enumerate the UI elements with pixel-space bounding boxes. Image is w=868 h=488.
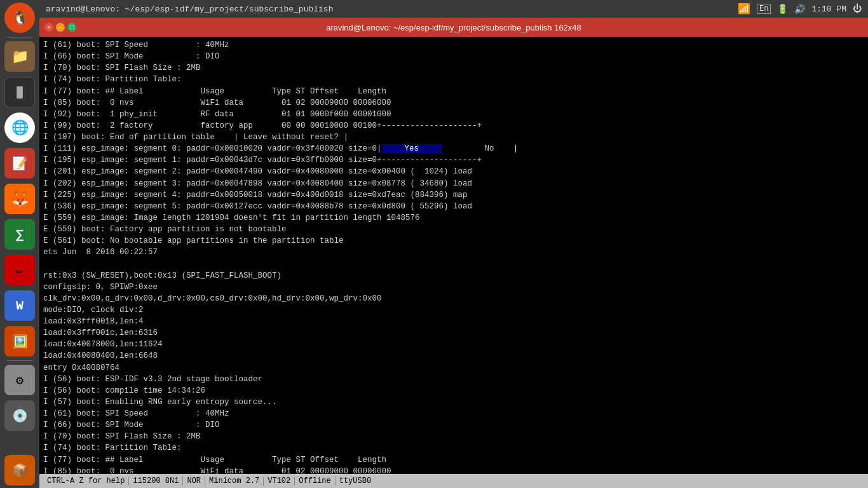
writer-icon[interactable]: W [4,290,35,321]
terminal-title: aravind@Lenovo: ~/esp/esp-idf/my_project… [326,23,581,32]
files-icon[interactable]: 📁 [4,41,35,72]
app2-icon[interactable]: 📦 [4,455,35,485]
terminal-output: I (61) boot: SPI Speed : 40MHz I (66) bo… [39,37,868,474]
close-button[interactable]: ✕ [44,23,53,32]
ubuntu-icon[interactable]: 🐧 [4,3,35,33]
battery-icon: 🔋 [777,4,788,15]
terminal-icon[interactable]: ▐▌ [4,77,35,107]
status-help: CTRL-A Z for help [43,477,129,485]
main-area: aravind@Lenovo: ~/esp/esp-idf/my_project… [39,0,868,488]
topbar: aravind@Lenovo: ~/esp/esp-idf/my_project… [39,0,868,18]
maximize-button[interactable]: □ [67,23,76,32]
status-baud: 115200 8N1 [129,477,183,485]
status-offline: Offline [295,477,335,485]
impress-icon[interactable]: 🖼️ [4,326,35,356]
clock: 1:10 PM [811,4,846,14]
titlebar-controls: ✕ – □ [44,23,76,32]
topbar-title: aravind@Lenovo: ~/esp/esp-idf/my_project… [46,4,333,14]
settings-icon[interactable]: ⚙️ [4,365,35,395]
status-minicom: Minicom 2.7 [205,477,264,485]
calc-icon[interactable]: ∑ [4,219,35,250]
gedit-icon[interactable]: 📝 [4,148,35,179]
chrome-icon[interactable]: 🌐 [4,112,35,143]
terminal-titlebar: ✕ – □ aravind@Lenovo: ~/esp/esp-idf/my_p… [39,18,868,37]
status-nor: NOR [183,477,205,485]
status-vt102: VT102 [264,477,295,485]
sidebar-divider-2 [7,360,32,361]
terminal[interactable]: I (61) boot: SPI Speed : 40MHz I (66) bo… [39,37,868,474]
minimize-button[interactable]: – [56,23,65,32]
keyboard-indicator[interactable]: En [757,4,771,14]
volume-icon: 🔊 [794,4,805,15]
wifi-icon: 📶 [738,3,750,15]
draw-icon[interactable]: ✏️ [4,255,35,285]
sidebar-divider-1 [7,37,32,37]
status-tty: ttyUSB0 [336,477,375,485]
power-icon[interactable]: ⏻ [853,4,862,14]
disks-icon[interactable]: 💿 [4,400,35,431]
statusbar: CTRL-A Z for help 115200 8N1 NOR Minicom… [39,474,868,488]
sidebar: 🐧 📁 ▐▌ 🌐 📝 🦊 ∑ ✏️ W 🖼️ ⚙️ 💿 📦 [0,0,39,488]
topbar-tray: 📶 En 🔋 🔊 1:10 PM ⏻ [738,3,862,15]
firefox-icon[interactable]: 🦊 [4,184,35,214]
